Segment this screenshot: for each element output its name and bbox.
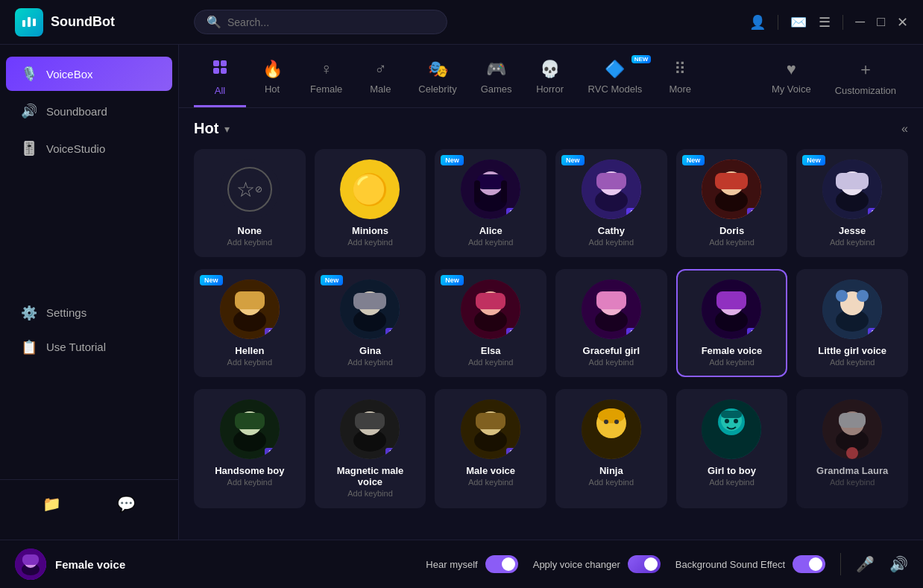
- voice-avatar-male-voice: AI: [461, 399, 520, 459]
- voice-card-elsa[interactable]: New AI Elsa Add keybind: [435, 269, 546, 377]
- voice-card-hellen[interactable]: New AI Hellen Add keybind: [194, 269, 306, 377]
- hear-myself-group: Hear myself: [426, 555, 517, 573]
- microphone-icon[interactable]: 🎤: [856, 555, 875, 573]
- voice-card-jesse[interactable]: New AI Jesse Add keybind: [796, 149, 908, 257]
- cat-tab-female[interactable]: ♀ Female: [298, 54, 354, 106]
- svg-point-66: [604, 420, 608, 424]
- collapse-button[interactable]: «: [901, 122, 908, 136]
- voice-keybind-none[interactable]: Add keybind: [227, 238, 273, 247]
- chat-icon[interactable]: 💬: [117, 495, 136, 513]
- voice-keybind-minions[interactable]: Add keybind: [347, 238, 393, 247]
- sidebar-item-settings[interactable]: ⚙️ Settings: [6, 296, 172, 330]
- voice-card-male-voice[interactable]: AI Male voice Add keybind: [435, 389, 546, 508]
- voice-card-ninja[interactable]: Ninja Add keybind: [555, 389, 667, 508]
- sidebar-item-soundboard[interactable]: 🔊 Soundboard: [6, 94, 172, 128]
- footer-divider: [840, 553, 841, 575]
- voice-card-gina[interactable]: New AI Gina Add keybind: [315, 269, 426, 377]
- maximize-icon[interactable]: □: [877, 14, 885, 30]
- tutorial-icon: 📋: [21, 339, 37, 355]
- close-icon[interactable]: ✕: [897, 14, 908, 31]
- search-input[interactable]: [227, 16, 435, 28]
- voice-card-graceful-girl[interactable]: AI Graceful girl Add keybind: [555, 269, 667, 377]
- cat-tab-rvc[interactable]: NEW 🔷 RVC Models: [576, 54, 655, 106]
- all-icon: [211, 58, 229, 80]
- voice-keybind-magnetic-male[interactable]: Add keybind: [347, 489, 393, 498]
- voice-card-magnetic-male[interactable]: AI Magnetic male voice Add keybind: [315, 389, 426, 508]
- sidebar-item-voicebox[interactable]: 🎙️ VoiceBox: [6, 57, 172, 91]
- voice-card-none[interactable]: ☆⊘ None Add keybind: [194, 149, 306, 257]
- sidebar-tutorial-label: Use Tutorial: [46, 341, 106, 353]
- mail-icon[interactable]: ✉️: [790, 14, 807, 31]
- hellen-new-badge: New: [200, 275, 223, 285]
- apply-changer-toggle[interactable]: [628, 555, 661, 573]
- voice-keybind-girl-to-boy[interactable]: Add keybind: [709, 478, 755, 487]
- celebrity-icon: 🎭: [428, 60, 448, 79]
- cat-male-label: Male: [370, 83, 391, 95]
- speaker-icon[interactable]: 🔊: [889, 555, 908, 573]
- bg-sound-toggle[interactable]: [793, 555, 825, 573]
- hear-myself-toggle[interactable]: [485, 555, 518, 573]
- voice-card-handsome-boy[interactable]: AI Handsome boy Add keybind: [194, 389, 306, 508]
- cat-tab-games[interactable]: 🎮 Games: [469, 54, 524, 106]
- voice-keybind-jesse[interactable]: Add keybind: [830, 238, 875, 247]
- voice-keybind-doris[interactable]: Add keybind: [709, 238, 755, 247]
- male-icon: ♂: [374, 60, 387, 79]
- voicestudio-icon: 🎚️: [21, 140, 37, 157]
- cat-tab-customization[interactable]: ＋ Customization: [823, 52, 908, 107]
- section-header: Hot ▾ «: [194, 120, 908, 137]
- svg-rect-44: [716, 291, 746, 309]
- voice-keybind-handsome-boy[interactable]: Add keybind: [227, 478, 273, 487]
- search-icon: 🔍: [207, 15, 221, 29]
- male-voice-ai-badge: AI: [506, 448, 518, 456]
- svg-rect-11: [474, 180, 480, 203]
- cat-tab-celebrity[interactable]: 🎭 Celebrity: [406, 54, 468, 106]
- section-dropdown-icon[interactable]: ▾: [224, 123, 230, 135]
- minimize-icon[interactable]: ─: [855, 14, 865, 30]
- settings-icon: ⚙️: [21, 305, 37, 321]
- sidebar-settings-label: Settings: [46, 306, 86, 319]
- voice-keybind-ninja[interactable]: Add keybind: [589, 478, 634, 487]
- sidebar-item-tutorial[interactable]: 📋 Use Tutorial: [6, 330, 172, 364]
- voice-card-cathy[interactable]: New AI Cathy Add keybind: [555, 149, 667, 257]
- library-icon[interactable]: 📁: [42, 495, 61, 513]
- user-icon[interactable]: 👤: [749, 14, 766, 31]
- voice-keybind-gina[interactable]: Add keybind: [347, 358, 393, 367]
- voice-keybind-hellen[interactable]: Add keybind: [227, 358, 273, 367]
- svg-rect-16: [596, 173, 626, 189]
- apply-changer-group: Apply voice changer: [533, 555, 661, 573]
- cat-tab-male[interactable]: ♂ Male: [354, 54, 406, 106]
- voice-name-minions: Minions: [352, 225, 388, 236]
- sidebar-item-voicestudio[interactable]: 🎚️ VoiceStudio: [6, 131, 172, 165]
- games-icon: 🎮: [486, 60, 506, 79]
- voice-keybind-grandma-laura[interactable]: Add keybind: [830, 478, 875, 487]
- cat-tab-hot[interactable]: 🔥 Hot: [246, 54, 298, 106]
- voice-keybind-cathy[interactable]: Add keybind: [589, 238, 634, 247]
- cat-tab-horror[interactable]: 💀 Horror: [524, 54, 576, 106]
- voice-keybind-female-voice[interactable]: Add keybind: [709, 358, 755, 367]
- scroll-area[interactable]: Hot ▾ « ☆⊘ None Add keybind 🟡 Minions: [179, 108, 923, 540]
- little-girl-ai-badge: AI: [868, 328, 880, 336]
- cat-tab-more[interactable]: ⠿ More: [654, 54, 706, 106]
- voice-keybind-male-voice[interactable]: Add keybind: [468, 478, 514, 487]
- voice-card-minions[interactable]: 🟡 Minions Add keybind: [315, 149, 426, 257]
- alice-new-badge: New: [441, 155, 464, 165]
- menu-icon[interactable]: ☰: [819, 14, 831, 31]
- voice-card-girl-to-boy[interactable]: Girl to boy Add keybind: [676, 389, 788, 508]
- voice-name-female-voice: Female voice: [702, 345, 763, 356]
- voice-keybind-elsa[interactable]: Add keybind: [468, 358, 514, 367]
- voice-keybind-little-girl-voice[interactable]: Add keybind: [830, 358, 875, 367]
- voice-card-female-voice[interactable]: AI Female voice Add keybind: [676, 269, 788, 377]
- search-bar[interactable]: 🔍: [194, 10, 447, 34]
- voice-card-grandma-laura[interactable]: Grandma Laura Add keybind: [796, 389, 908, 508]
- voice-keybind-graceful-girl[interactable]: Add keybind: [589, 358, 634, 367]
- voice-keybind-alice[interactable]: Add keybind: [468, 238, 514, 247]
- voice-card-alice[interactable]: New AI Alice Add keybind: [435, 149, 546, 257]
- cat-hot-label: Hot: [265, 83, 280, 95]
- cat-tab-all[interactable]: All: [194, 52, 246, 107]
- svg-rect-71: [721, 411, 742, 418]
- voice-name-cathy: Cathy: [598, 225, 625, 236]
- voice-cards-row3: AI Handsome boy Add keybind AI: [194, 389, 908, 508]
- voice-card-doris[interactable]: New AI Doris Add keybind: [676, 149, 788, 257]
- voice-card-little-girl-voice[interactable]: AI Little girl voice Add keybind: [796, 269, 908, 377]
- cat-tab-myvoice[interactable]: ♥ My Voice: [760, 54, 823, 106]
